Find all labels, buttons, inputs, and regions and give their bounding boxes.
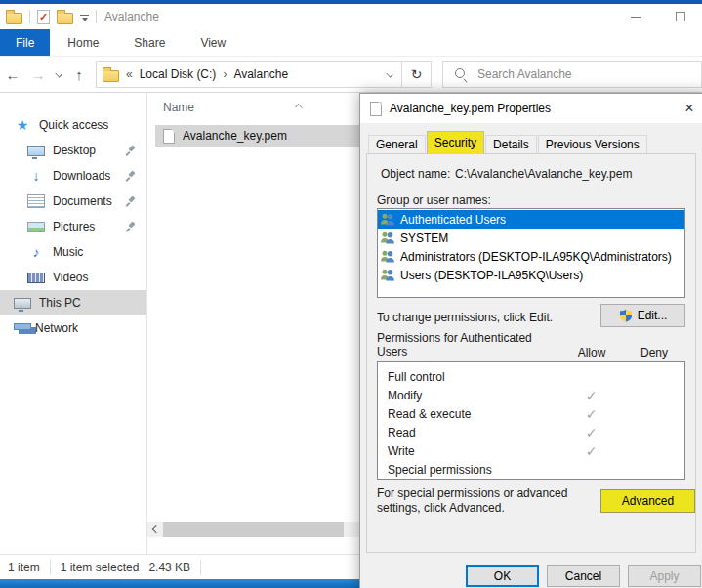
- permission-row[interactable]: Read & execute: [378, 404, 684, 423]
- navigation-pane: Quick access Desktop Downloads Documents: [0, 93, 146, 554]
- object-name-label: Object name:: [381, 167, 455, 181]
- dialog-tab[interactable]: Previous Versions: [538, 135, 647, 154]
- apply-button[interactable]: Apply: [628, 565, 701, 587]
- dialog-tab-label: Details: [493, 138, 529, 151]
- minimize-button[interactable]: [614, 4, 658, 29]
- dialog-tab-label: Security: [434, 136, 476, 149]
- ribbon-tab[interactable]: View: [183, 29, 243, 56]
- breadcrumb-crumb-folder[interactable]: Avalanche: [233, 67, 288, 81]
- maximize-button[interactable]: [658, 4, 702, 29]
- dialog-tab[interactable]: Security: [427, 131, 484, 154]
- sidebar-item[interactable]: Quick access: [0, 112, 146, 138]
- sidebar-item[interactable]: Network: [0, 315, 146, 341]
- permission-name: Write: [378, 444, 560, 458]
- group-list-item[interactable]: SYSTEM: [378, 229, 684, 247]
- group-name: Authenticated Users: [400, 213, 506, 227]
- refresh-icon: [411, 66, 423, 82]
- qat-new-folder-icon[interactable]: [57, 13, 73, 24]
- permission-row[interactable]: Full control: [378, 367, 684, 386]
- sidebar-item-icon: [27, 194, 45, 208]
- qat-properties-icon[interactable]: [37, 10, 50, 24]
- group-list-item[interactable]: Users (DESKTOP-ILA95KQ\Users): [378, 266, 684, 284]
- sidebar-item[interactable]: Desktop: [0, 138, 146, 163]
- sidebar-item[interactable]: This PC: [0, 290, 146, 315]
- ribbon-tab-label: File: [16, 36, 34, 50]
- sidebar-item-label: Desktop: [53, 144, 96, 157]
- sidebar-item-label: Videos: [53, 271, 88, 284]
- pin-icon: [125, 145, 137, 156]
- dialog-title: Avalanche_key.pem Properties: [390, 102, 551, 115]
- address-bar[interactable]: « Local Disk (C:) › Avalanche: [96, 61, 402, 88]
- divider: [50, 560, 51, 575]
- user-group-icon: [380, 212, 395, 227]
- dialog-tab-label: Previous Versions: [546, 138, 640, 151]
- file-row[interactable]: Avalanche_key.pem: [155, 125, 360, 147]
- permissions-for-label: Permissions for Authenticated Users: [377, 332, 560, 359]
- dialog-tab[interactable]: Details: [485, 135, 537, 154]
- sidebar-item-icon: [14, 117, 31, 133]
- refresh-button[interactable]: [402, 61, 432, 88]
- group-names-list[interactable]: Authenticated Users SYSTEM: [377, 208, 685, 298]
- divider: [200, 560, 201, 575]
- group-name: Users (DESKTOP-ILA95KQ\Users): [400, 269, 583, 282]
- uac-shield-icon: [619, 309, 633, 322]
- allow-checkmark-icon: [586, 390, 598, 403]
- ribbon-tab-label: Home: [67, 36, 99, 50]
- divider: [96, 10, 97, 23]
- search-input[interactable]: [477, 67, 624, 81]
- scrollbar-thumb[interactable]: [163, 522, 344, 537]
- permission-row[interactable]: Read: [378, 423, 684, 441]
- permissions-list[interactable]: Full control Modify Read & execute: [377, 361, 685, 480]
- dialog-tab-bar: General Security Details Previous Versio…: [368, 133, 648, 154]
- address-dropdown[interactable]: [378, 71, 401, 78]
- column-header-name[interactable]: Name: [163, 101, 300, 114]
- breadcrumb-crumb-drive[interactable]: Local Disk (C:): [140, 67, 217, 81]
- chevron-down-icon: [56, 71, 62, 78]
- sidebar-item[interactable]: Music: [0, 239, 146, 265]
- permission-row[interactable]: Modify: [378, 386, 684, 404]
- selection-size: 2.43 KB: [148, 561, 190, 574]
- sidebar-item[interactable]: Downloads: [0, 163, 146, 189]
- group-list-item[interactable]: Authenticated Users: [378, 210, 684, 229]
- sidebar-item-label: Downloads: [53, 169, 110, 183]
- sidebar-item[interactable]: Videos: [0, 265, 146, 290]
- scroll-left-arrow[interactable]: [147, 522, 163, 537]
- breadcrumb-collapse[interactable]: «: [126, 67, 133, 81]
- sidebar-item-label: Music: [53, 245, 83, 259]
- properties-dialog: Avalanche_key.pem Properties × General S…: [359, 93, 702, 588]
- qat-customize-icon[interactable]: [80, 15, 89, 21]
- cancel-button[interactable]: Cancel: [547, 565, 620, 587]
- up-button[interactable]: ↑: [66, 62, 92, 87]
- ribbon-tab[interactable]: Share: [116, 29, 183, 56]
- back-button[interactable]: ←: [0, 62, 25, 87]
- file-icon: [163, 129, 175, 144]
- dialog-tab[interactable]: General: [368, 135, 426, 154]
- search-box[interactable]: [442, 61, 702, 88]
- ribbon-tab[interactable]: Home: [50, 29, 116, 56]
- pin-icon: [125, 170, 137, 182]
- group-list-item[interactable]: Administrators (DESKTOP-ILA95KQ\Administ…: [378, 247, 684, 266]
- dialog-close-button[interactable]: ×: [673, 94, 702, 123]
- window-title: Avalanche: [104, 10, 159, 23]
- recent-locations-dropdown[interactable]: [51, 62, 66, 87]
- permission-row[interactable]: Special permissions: [378, 460, 684, 479]
- breadcrumb-separator[interactable]: ›: [223, 67, 227, 81]
- sidebar-item[interactable]: Documents: [0, 189, 146, 214]
- sidebar-item-label: Quick access: [39, 118, 108, 132]
- sidebar-item[interactable]: Pictures: [0, 214, 146, 239]
- object-name-value: C:\Avalanche\Avalanche_key.pem: [455, 167, 632, 181]
- ribbon-tab[interactable]: File: [0, 29, 50, 56]
- group-names-label: Group or user names:: [377, 193, 491, 207]
- user-group-icon: [380, 268, 395, 282]
- ok-button[interactable]: OK: [466, 565, 539, 587]
- file-icon: [370, 102, 382, 116]
- sidebar-item-label: This PC: [39, 296, 81, 310]
- dialog-titlebar: Avalanche_key.pem Properties ×: [360, 94, 702, 123]
- forward-button[interactable]: →: [25, 62, 51, 87]
- sidebar-item-icon: [27, 222, 45, 232]
- column-header-label: Name: [163, 101, 194, 114]
- permission-row[interactable]: Write: [378, 441, 684, 460]
- advanced-button-label: Advanced: [622, 494, 674, 508]
- advanced-button[interactable]: Advanced: [600, 489, 695, 513]
- edit-button[interactable]: Edit...: [600, 304, 685, 327]
